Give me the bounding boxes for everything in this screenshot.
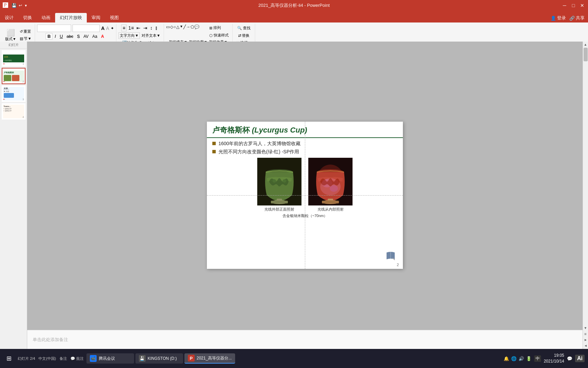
slide-book-icon xyxy=(385,251,396,262)
tab-view[interactable]: 视图 xyxy=(105,13,124,22)
font-name-input[interactable] xyxy=(37,25,71,32)
quick-styles-button[interactable]: ⬡ 快速样式 xyxy=(208,32,230,39)
window-controls: ─ □ ✕ xyxy=(561,2,585,9)
increase-indent-button[interactable]: ⇥ xyxy=(142,25,148,31)
next-slide-button[interactable]: ▶ xyxy=(583,337,588,342)
slide-bullet-1: 1600年前的古罗马人，大英博物馆收藏 xyxy=(212,141,397,147)
char-spacing-button[interactable]: AV xyxy=(82,34,90,39)
meeting-app-icon: 📹 xyxy=(90,355,97,362)
shape-more[interactable]: ▼ xyxy=(180,25,183,39)
clear-format-button[interactable]: ✦ xyxy=(111,26,114,31)
image-block-green: 光线外部正面照射 xyxy=(257,158,301,212)
shape-arrow[interactable]: → xyxy=(186,25,190,39)
quick-access-dropdown[interactable]: ▼ xyxy=(24,4,28,7)
right-scrollbar[interactable]: ▲ ▼ ⊞ ▶ ◀ xyxy=(583,42,588,349)
tray-network-icon[interactable]: 🌐 xyxy=(511,356,517,361)
slide-thumb-1[interactable]: 发射... • 纳米颗粒 ✏ 1 xyxy=(2,50,26,66)
prev-slide-button[interactable]: ◀ xyxy=(583,343,588,348)
scroll-thumb[interactable] xyxy=(584,48,588,61)
bullet-marker-1 xyxy=(212,142,216,145)
shape-pentagon[interactable]: ⬠ xyxy=(191,25,194,39)
tab-transition[interactable]: 切换 xyxy=(18,13,37,22)
action-center-icon[interactable]: 💬 xyxy=(567,356,572,361)
columns-button[interactable]: ⫿ xyxy=(154,25,159,31)
slide-footnote: 含金银纳米颗粒（~70nm） xyxy=(207,213,403,218)
shape-rect[interactable]: ▭ xyxy=(166,25,170,39)
line-spacing-button[interactable]: ↕ xyxy=(149,25,153,31)
notes-area[interactable]: 单击此处添加备注 xyxy=(27,330,583,349)
ai-label[interactable]: Ai xyxy=(575,355,585,362)
maximize-button[interactable]: □ xyxy=(570,2,576,9)
align-text-button[interactable]: 对齐文本▼ xyxy=(141,33,161,39)
login-icon: 👤 xyxy=(551,16,556,21)
shape-callout[interactable]: 💬 xyxy=(194,25,199,39)
shape-triangle[interactable]: △ xyxy=(176,25,179,39)
minimize-button[interactable]: ─ xyxy=(561,2,568,9)
system-tray: 🔔 🌐 🔊 🔋 中 19:05 2021/10/14 💬 Ai xyxy=(504,353,585,364)
start-button[interactable]: ⊞ xyxy=(3,353,14,364)
taskbar-app-powerpoint[interactable]: P 2021_高等仪器分... xyxy=(184,353,235,364)
font-size-input[interactable] xyxy=(72,25,100,32)
bold-button[interactable]: B xyxy=(46,33,52,40)
text-direction-button[interactable]: 文字方向▼ xyxy=(118,32,140,39)
scroll-down-button[interactable]: ▼ xyxy=(583,325,588,331)
scroll-up-button[interactable]: ▲ xyxy=(583,42,588,47)
slide[interactable]: 卢奇格斯杯 (Lycurgus Cup) 1600年前的古罗马人，大英博物馆收藏… xyxy=(207,122,403,269)
replace-button[interactable]: ⇄ 替换 xyxy=(237,32,251,39)
italic-button[interactable]: I xyxy=(53,33,58,39)
ppt-app-label: 2021_高等仪器分... xyxy=(197,355,232,361)
strikethrough-button[interactable]: abc xyxy=(65,34,75,39)
comments-btn[interactable]: 💬 批注 xyxy=(70,356,84,361)
shape-line[interactable]: ╱ xyxy=(183,25,186,39)
numbered-list-button[interactable]: 1≡ xyxy=(127,25,135,31)
bullet-list-button[interactable]: ≡ xyxy=(121,25,127,31)
quick-access-undo[interactable]: ↩ xyxy=(19,3,22,8)
tray-battery-icon[interactable]: 🔋 xyxy=(526,356,532,361)
slide-thumb-2[interactable]: 卢奇格斯杯 ✏ 2 xyxy=(2,68,26,84)
taskbar-app-meeting[interactable]: 📹 腾讯会议 xyxy=(86,353,134,364)
system-clock[interactable]: 19:05 2021/10/14 xyxy=(544,353,564,364)
layout-button[interactable]: ⬜ 版式▼ xyxy=(3,28,18,43)
arrange-button[interactable]: ⊞ 排列 xyxy=(208,25,230,31)
tab-animation[interactable]: 动画 xyxy=(37,13,55,22)
tab-slideshow[interactable]: 幻灯片放映 xyxy=(55,13,87,22)
slide-title[interactable]: 卢奇格斯杯 (Lycurgus Cup) xyxy=(207,122,403,138)
tray-notifications-icon[interactable]: 🔔 xyxy=(504,356,509,361)
notes-btn[interactable]: 备注 xyxy=(60,356,67,361)
find-button[interactable]: 🔍 查找 xyxy=(235,25,252,32)
font-color-button[interactable]: A xyxy=(100,34,105,39)
slide-thumb-3[interactable]: 共享... ▶ 内容 ✏ 3 xyxy=(2,86,26,102)
ime-icon[interactable]: 中 xyxy=(534,355,541,362)
slide-thumb-4[interactable]: Trams... • 说明文字 • 说明文字 4 xyxy=(2,103,26,120)
fit-button[interactable]: ⊞ xyxy=(583,331,588,337)
share-button[interactable]: 🔗 共享 xyxy=(569,15,585,21)
start-icon: ⊞ xyxy=(6,355,12,362)
ribbon-right-area: 👤 登录 🔗 共享 xyxy=(551,15,585,21)
taskbar-app-kingston[interactable]: 💾 KINGSTON (D:) xyxy=(135,353,183,364)
tray-volume-icon[interactable]: 🔊 xyxy=(519,356,524,361)
decrease-indent-button[interactable]: ⇤ xyxy=(135,25,142,31)
shape-circle[interactable]: ○ xyxy=(174,25,176,39)
tab-review[interactable]: 审阅 xyxy=(87,13,105,22)
font-increase-button[interactable]: A xyxy=(101,26,104,31)
login-button[interactable]: 👤 登录 xyxy=(551,15,566,21)
change-case-button[interactable]: Aa xyxy=(91,34,99,39)
clock-time: 19:05 xyxy=(544,353,564,358)
layout-icon: ⬜ xyxy=(6,29,15,36)
reset-button[interactable]: ↺ 重置 xyxy=(18,28,33,35)
scroll-track[interactable] xyxy=(583,47,588,325)
section-button[interactable]: ▤ 节▼ xyxy=(18,35,33,42)
underline-button[interactable]: U xyxy=(58,33,64,39)
app-icon: 🅿 xyxy=(3,2,8,9)
slide-page-number: 2 xyxy=(397,263,399,267)
tab-design[interactable]: 设计 xyxy=(0,13,18,22)
quick-access-save[interactable]: 💾 xyxy=(12,3,17,8)
font-decrease-button[interactable]: A xyxy=(106,26,109,31)
replace-icon: ⇄ xyxy=(238,33,241,38)
shape-diamond[interactable]: ◇ xyxy=(170,25,173,39)
slide-bullets[interactable]: 1600年前的古罗马人，大英博物馆收藏 光照不同方向改变颜色(绿-红) -SP作… xyxy=(207,141,403,155)
shadow-button[interactable]: S xyxy=(76,34,81,39)
cup-image-red xyxy=(308,158,353,205)
reset-icon: ↺ xyxy=(20,29,23,34)
close-button[interactable]: ✕ xyxy=(579,2,585,9)
